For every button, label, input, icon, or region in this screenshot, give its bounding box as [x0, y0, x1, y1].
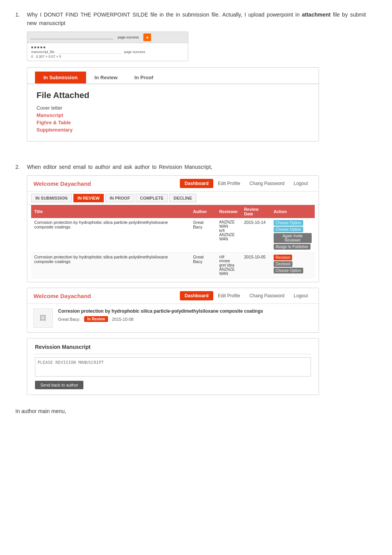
word: I	[244, 12, 246, 18]
tab-in-review[interactable]: In Review	[86, 72, 126, 83]
in-review-badge: In Review	[84, 316, 108, 322]
dashboard-btn-2[interactable]: Dashboard	[180, 291, 213, 300]
in-author-text: In author main menu,	[15, 408, 377, 414]
subtab-in-proof[interactable]: IN PROOF	[105, 194, 134, 202]
submission-tabs-card: In Submission In Review In Proof File At…	[27, 67, 319, 142]
mini-file-list: ■ ■ ■ ■ ■ manuscript_file ______________…	[27, 43, 188, 61]
revision-title: Revission Manuscript	[35, 344, 311, 350]
mini-file-item: ■ ■ ■ ■ ■	[31, 45, 184, 49]
file-item-figure: Fighre & Table	[37, 119, 309, 126]
word: When	[27, 164, 41, 170]
subtab-in-submission[interactable]: IN SUBMISSION	[31, 194, 72, 202]
submission-tab-nav: In Submission In Review In Proof	[27, 68, 319, 84]
th-author: Author	[190, 205, 216, 218]
file-item-manuscript: Manuscript	[37, 112, 309, 119]
word: DONOT	[44, 12, 63, 18]
word: upload	[248, 12, 264, 18]
th-action: Action	[271, 205, 315, 218]
item-content-2: When editor send email to author and ask…	[27, 164, 377, 400]
word: SILDE	[133, 12, 148, 18]
th-reviewer: Reviewer	[216, 205, 241, 218]
nav-links-2: Dashboard Edit Profile Chang Password Lo…	[180, 291, 312, 300]
action-assign-publisher[interactable]: Assign to Publisher	[274, 244, 311, 250]
separator	[35, 354, 311, 354]
logout-btn-2[interactable]: Logout	[289, 291, 312, 300]
td-actions-2: Revision Declined Choose Option	[271, 253, 315, 278]
dashboard-header-1: Welcome Dayachand Dashboard Edit Profile…	[27, 176, 319, 192]
word: and	[113, 164, 121, 170]
section-2: 2. When editor send email to author and …	[15, 164, 377, 414]
td-actions: Choose Option Choose Option Again Invite…	[271, 218, 315, 253]
table-row: Corrosion protection by hydrophobic sili…	[31, 253, 315, 278]
send-back-button[interactable]: Send back to author	[35, 381, 83, 389]
th-title: Title	[31, 205, 190, 218]
word: Manuscript,	[184, 164, 212, 170]
word: by	[342, 12, 348, 18]
word: to	[152, 164, 157, 170]
word: file	[150, 12, 157, 18]
word: author	[135, 164, 150, 170]
td-review-date-2: 2015-10-05	[241, 253, 271, 278]
td-author: Great Bacy	[190, 218, 216, 253]
word: send	[59, 164, 71, 170]
numbered-item-2: 2. When editor send email to author and …	[15, 164, 377, 400]
logout-btn[interactable]: Logout	[289, 179, 312, 188]
subtab-complete[interactable]: COMPLETE	[136, 194, 168, 202]
td-reviewers: ANZNZE WAN krft ANZNZE WAN	[216, 218, 241, 253]
subtab-in-review[interactable]: IN REVIEW	[73, 194, 104, 202]
word: the	[166, 12, 173, 18]
ms-date: 2015-10-08	[112, 317, 133, 322]
submission-tabs: IN SUBMISSION IN REVIEW IN PROOF COMPLET…	[27, 192, 319, 205]
word: in	[159, 12, 164, 18]
td-title: Corrosion protection by hydrophobic sili…	[31, 218, 190, 253]
word: editor	[43, 164, 57, 170]
word: powerpoint	[267, 12, 293, 18]
change-password-btn-2[interactable]: Chang Password	[245, 291, 289, 300]
word: THE	[80, 12, 91, 18]
td-author-2: Great Bacy	[190, 253, 216, 278]
action-invite-reviewer[interactable]: Again Invite Reviewer	[274, 233, 312, 243]
tab-in-submission[interactable]: In Submission	[35, 72, 86, 83]
action-revision[interactable]: Revision	[274, 255, 292, 260]
attachment-screenshot: ________________________________________…	[27, 32, 188, 61]
word: email	[73, 164, 86, 170]
ms-title: Corresion protection by hydrophobic sili…	[58, 308, 312, 314]
nav-links-1: Dashboard Edit Profile Chang Password Lo…	[180, 179, 312, 188]
word: in	[176, 12, 180, 18]
image-placeholder-icon: 🖼	[40, 314, 47, 322]
file-list: Cover letter Manuscript Fighre & Table S…	[37, 104, 309, 133]
word: in	[296, 12, 300, 18]
word-text: page success	[118, 35, 139, 39]
action-choose-option-2[interactable]: Choose Option	[274, 227, 303, 232]
file-item-supplementary: Supplementary	[37, 126, 309, 133]
word: author	[95, 164, 110, 170]
word: file.	[211, 12, 220, 18]
item-2-sentence: When editor send email to author and ask…	[27, 164, 377, 170]
edit-profile-btn-2[interactable]: Edit Profile	[213, 291, 245, 300]
manuscript-info-row: 🖼 Corresion protection by hydrophobic si…	[27, 304, 319, 332]
dashboard-header-2: Welcome Dayachand Dashboard Edit Profile…	[27, 288, 319, 304]
word: Why	[27, 12, 38, 18]
ms-author: Great Bacy:	[58, 317, 80, 322]
item-1-sentence: Why I DONOT FIND THE POWERPOINT SILDE fi…	[27, 12, 377, 26]
word: POWERPOINT	[93, 12, 130, 18]
change-password-btn[interactable]: Chang Password	[245, 179, 289, 188]
action-choose-option-1[interactable]: Choose Option	[274, 220, 303, 226]
revision-textarea[interactable]	[35, 357, 311, 377]
edit-profile-btn[interactable]: Edit Profile	[213, 179, 245, 188]
subtab-decline[interactable]: DECLINE	[169, 194, 196, 202]
word: manuscript	[39, 20, 65, 26]
td-reviewers-2: cdr mmee gret idea ANZNZE WAN	[216, 253, 241, 278]
word: submit	[350, 12, 366, 18]
action-declined[interactable]: Declined	[274, 261, 292, 267]
word: FIND	[65, 12, 78, 18]
mini-screenshot-label: attachment	[302, 12, 331, 18]
word: to	[88, 164, 93, 170]
file-item-cover: Cover letter	[37, 104, 309, 112]
ms-table-wrapper: Title Author Reviewer Review Date Action…	[27, 205, 319, 282]
action-choose-option-3[interactable]: Choose Option	[274, 268, 303, 273]
tab-in-proof[interactable]: In Proof	[126, 72, 162, 83]
word: ask	[124, 164, 132, 170]
file-row: ________________________________________…	[30, 35, 113, 39]
dashboard-btn[interactable]: Dashboard	[180, 179, 213, 188]
